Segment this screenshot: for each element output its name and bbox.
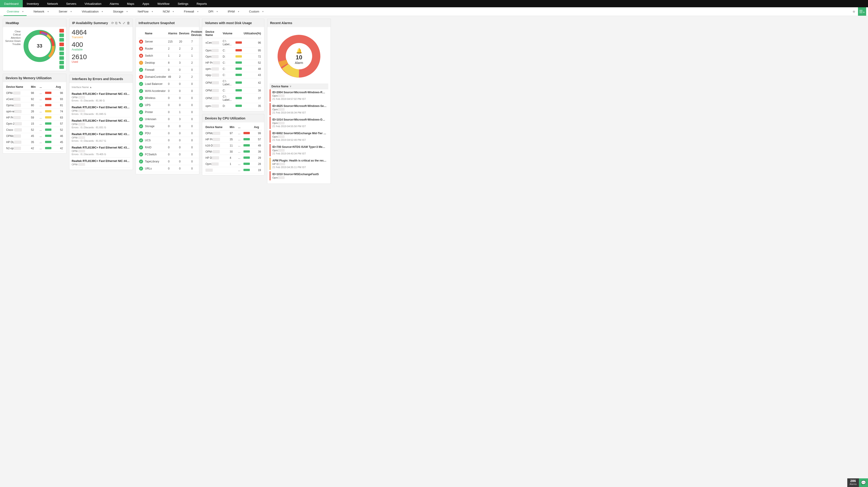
table-row[interactable]: ✔Unknown030 [138,116,208,123]
table-row[interactable]: OPMxxxxxC:38 [205,88,262,94]
table-row[interactable]: OPMxxxxxC:\ Label...42 [205,78,262,88]
table-row[interactable]: ✔Storage000 [138,123,208,130]
refresh-icon[interactable]: ⟳ [111,21,114,25]
interface-row[interactable]: Realtek RTL8139C+ Fast Ethernet NIC #3-W… [72,117,130,131]
heatmap-cell[interactable] [59,61,64,64]
topnav-reports[interactable]: Reports [192,0,211,7]
table-row[interactable]: opm-wxxxxx26...74 [5,108,64,115]
subnav-overview[interactable]: Overview▾ [2,7,28,16]
table-row[interactable]: ✔FCSwitch000 [138,151,208,158]
table-row[interactable]: k16-Dxxxxx11...49 [205,142,262,149]
topnav-inventory[interactable]: Inventory [23,0,43,7]
subnav-custom[interactable]: Custom▾ [244,7,269,16]
table-row[interactable]: ✔PDU000 [138,130,208,137]
download-icon[interactable]: ⎘ [115,21,117,25]
table-row[interactable]: xxxxx...19 [205,167,262,173]
subnav-storage[interactable]: Storage▾ [108,7,133,16]
favorite-icon[interactable]: ★ [850,7,858,16]
table-row[interactable]: ✔Firewall000 [138,66,208,73]
topnav-alarms[interactable]: Alarms [105,0,123,7]
table-row[interactable]: ✖Router222 [138,45,208,52]
subnav-server[interactable]: Server▾ [54,7,77,16]
topnav-virtualization[interactable]: Virtualization [81,0,105,7]
table-row[interactable]: Cisco :xxxxx52...52 [5,127,64,133]
table-row[interactable]: OpmxxxxxD:72 [205,54,262,60]
column-header[interactable]: Device Name ▼ [270,84,328,89]
topnav-maps[interactable]: Maps [123,0,138,7]
table-row[interactable]: ✔Load Balancer000 [138,80,208,88]
topnav-dashboard[interactable]: Dashboard [0,0,23,7]
table-row[interactable]: ✔TapeLibrary000 [138,158,208,165]
subnav-ipam[interactable]: IPAM▾ [223,7,244,16]
subnav-network[interactable]: Network▾ [28,7,54,16]
table-row[interactable]: OpmxxxxxC:95 [205,47,262,54]
table-row[interactable]: ✔Wireless000 [138,95,208,102]
table-row[interactable]: ✔UCS000 [138,137,208,144]
heatmap-cell[interactable] [59,29,64,33]
alarm-row[interactable]: ID=4625 Source=Microsoft-Windows-Securit… [270,103,328,115]
table-row[interactable]: ✔UPS000 [138,102,208,109]
heatmap-cell[interactable] [59,42,64,46]
heatmap-cell[interactable] [59,47,64,51]
topnav-servers[interactable]: Servers [62,0,81,7]
heatmap-cell[interactable] [59,56,64,60]
table-row[interactable]: !Desktop832 [138,59,208,66]
subnav-firewall[interactable]: Firewall▾ [179,7,204,16]
interface-row[interactable]: Realtek RTL8139C+ Fast Ethernet NIC #3-N… [72,91,130,104]
topnav-workflow[interactable]: Workflow [153,0,174,7]
table-row[interactable]: ✖Server215207 [138,38,208,45]
table-row[interactable]: Opmaxxxxx80...81 [5,102,64,108]
alarm-row[interactable]: ID=700 Source=NTDS ISAM Type=3 Message=N… [270,144,328,156]
add-widget-icon[interactable]: ☰₊ [858,7,866,16]
table-row[interactable]: Opmxxxxx1...28 [205,161,262,167]
subnav-dpi[interactable]: DPI▾ [204,7,223,16]
alarm-row[interactable]: ID=6002 Source=MSExchange Mid-Tier Stora… [270,130,328,142]
interface-row[interactable]: Realtek RTL8139C+ Fast Ethernet NIC #3-E… [72,144,130,158]
table-row[interactable]: OPMcxxxxx45...46 [5,133,64,139]
table-row[interactable]: OPMxxxxxC:\ Label...37 [205,94,262,103]
alarm-row[interactable]: ID=1010 Source=MSExchangeFastSOpmxxxxx [270,171,328,181]
subnav-ncm[interactable]: NCM▾ [158,7,179,16]
table-row[interactable]: N2-opxxxxx42...42 [5,145,64,152]
table-row[interactable]: opm-xxxxxC:48 [205,66,262,72]
table-row[interactable]: opm-xxxxxD:35 [205,103,262,109]
subnav-netflow[interactable]: NetFlow▾ [133,7,158,16]
interface-row[interactable]: Realtek RTL8139C+ Fast Ethernet NIC #3-N… [72,104,130,117]
alarm-row[interactable]: ID=1014 Source=Microsoft-Windows-DNS-Cli… [270,117,328,129]
edit-icon[interactable]: ✎ [119,21,121,25]
table-row[interactable]: vCenxxxxxC:\ Label...96 [205,38,262,47]
table-row[interactable]: HP DLxxxxx35...45 [5,139,64,145]
table-row[interactable]: OPMcxxxxx97...99 [205,130,262,136]
table-row[interactable]: ✖DomainController4922 [138,73,208,80]
table-row[interactable]: ✖Switch121 [138,52,208,59]
table-row[interactable]: ✔WAN Accelerator000 [138,88,208,95]
heatmap-cell[interactable] [59,65,64,69]
topnav-network[interactable]: Network [43,0,62,7]
topnav-settings[interactable]: Settings [174,0,192,7]
table-row[interactable]: ✔Printer010 [138,109,208,116]
alarm-row[interactable]: ID=2004 Source=Microsoft-Windows-Resourc… [270,89,328,102]
table-row[interactable]: OPM-xxxxx98...98 [5,90,64,96]
table-row[interactable]: ✔URLs000 [138,165,208,172]
heatmap-cell[interactable] [59,33,64,37]
interface-row[interactable]: Realtek RTL8139C+ Fast Ethernet NIC #3-W… [72,131,130,144]
table-row[interactable]: vijay-xxxxxC:43 [205,72,262,78]
table-row[interactable]: OPM-xxxxx30...39 [205,149,262,155]
topnav-apps[interactable]: Apps [138,0,153,7]
table-row[interactable]: ✔RAID000 [138,144,208,151]
column-header[interactable]: Interface Name ▲ [72,85,130,91]
table-row[interactable]: Opm-2xxxxx15...57 [5,121,64,127]
interface-row[interactable]: Realtek RTL8139C+ Fast Ethernet NIC #4-E… [72,158,130,168]
heatmap-cell[interactable] [59,38,64,42]
alarm-row[interactable]: APM Plugin: Health is critical as the re… [270,158,328,170]
table-row[interactable]: HP Dxxxxx4...29 [205,155,262,161]
expand-icon[interactable]: ⤢ [123,21,125,25]
table-row[interactable]: vCentxxxxx92...93 [5,96,64,102]
delete-icon[interactable]: 🗑 [127,21,130,25]
subnav-virtualization[interactable]: Virtualization▾ [77,7,108,16]
table-row[interactable]: HP Prxxxxx59...63 [5,115,64,121]
table-row[interactable]: HP Prxxxxx35...57 [205,136,262,142]
status-green-icon: ✔ [139,103,143,107]
table-row[interactable]: HP PrxxxxxC:52 [205,60,262,66]
heatmap-cell[interactable] [59,52,64,55]
